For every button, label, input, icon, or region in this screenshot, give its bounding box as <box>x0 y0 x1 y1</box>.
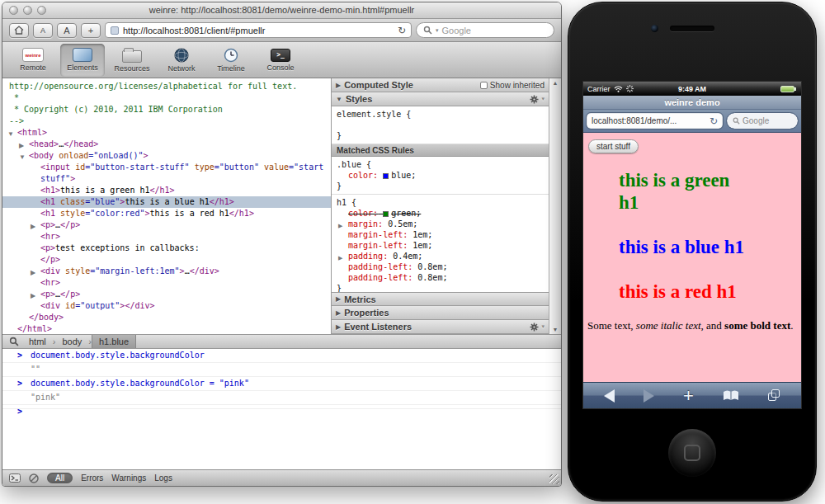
collapse-arrow-icon[interactable]: ▶ <box>336 309 341 317</box>
reload-icon[interactable]: ↻ <box>398 25 406 36</box>
css-property[interactable]: ▶padding: 0.4em; <box>337 251 544 261</box>
tree-node[interactable]: <hr> <box>2 231 331 243</box>
tree-node[interactable]: ▶<p>…</p> <box>2 219 331 231</box>
console-log[interactable]: >document.body.style.backgroundColor"">d… <box>2 349 561 469</box>
tree-node[interactable]: <h1 class="blue">this is a blue h1</h1> <box>2 196 331 208</box>
color-swatch-icon <box>383 173 389 179</box>
element-style-rule: element.style { } <box>332 106 549 144</box>
collapse-arrow-icon[interactable]: ▶ <box>336 82 341 89</box>
address-bar-url[interactable]: http://localhost:8081/client/#pmuellr <box>123 26 394 35</box>
styles-section-header[interactable]: ▼ Styles ▾ <box>332 92 549 106</box>
tree-node[interactable]: </html> <box>2 323 331 334</box>
phone-address-field[interactable]: localhost:8081/demo/... ↻ <box>587 113 723 129</box>
properties-section-header[interactable]: ▶ Properties <box>332 306 549 320</box>
gear-icon[interactable] <box>530 323 539 332</box>
tree-node[interactable]: <h1>this is a green h1</h1> <box>2 185 331 196</box>
computed-style-header[interactable]: ▶ Computed Style Show inherited <box>332 78 549 92</box>
css-property[interactable]: padding-left: 0.8em; <box>337 261 544 272</box>
phone-search-placeholder: Google <box>742 116 769 125</box>
clear-console-icon[interactable] <box>29 473 39 483</box>
tree-node[interactable]: ▼<html> <box>2 127 331 139</box>
phone-search-field[interactable]: Google <box>727 113 798 129</box>
close-window-button[interactable] <box>9 6 18 15</box>
css-property[interactable]: margin-left: 1em; <box>337 240 544 251</box>
network-activity-spinner-icon <box>626 85 634 92</box>
forward-icon[interactable] <box>644 389 654 403</box>
collapse-arrow-icon[interactable]: ▶ <box>336 295 341 303</box>
tree-node[interactable]: --> <box>2 115 331 127</box>
tree-node[interactable]: </body> <box>2 312 331 323</box>
tree-node[interactable]: <p>test exceptions in callbacks: <box>2 243 331 254</box>
tree-node[interactable]: ▼<body onload="onLoad()"> <box>2 150 331 162</box>
window-title: weinre: http://localhost:8081/demo/weinr… <box>149 5 415 15</box>
scroll-down-arrow-icon[interactable]: ▼ <box>553 327 559 332</box>
gear-menu-chevron-icon[interactable]: ▾ <box>541 323 544 330</box>
metrics-section-header[interactable]: ▶ Metrics <box>332 292 549 306</box>
console-input-entry: >document.body.style.backgroundColor <box>2 349 561 363</box>
tree-node[interactable]: <hr> <box>2 277 331 289</box>
add-bookmark-icon[interactable]: + <box>683 387 694 405</box>
tree-node[interactable]: <input id="button-start-stuff" type="but… <box>2 162 331 173</box>
browser-search-field[interactable]: ▾ Google <box>416 22 554 38</box>
search-dom-icon[interactable] <box>9 337 19 346</box>
pages-icon[interactable] <box>768 389 780 402</box>
phone-reload-icon[interactable]: ↻ <box>710 115 718 127</box>
filter-logs[interactable]: Logs <box>154 473 172 483</box>
breadcrumb-item-html[interactable]: html <box>22 335 53 348</box>
demo-heading: this is a red h1 <box>603 274 793 309</box>
console-toggle-icon[interactable] <box>9 473 21 483</box>
tree-node[interactable]: * Copyright (c) 2010, 2011 IBM Corporati… <box>2 104 331 115</box>
tree-node[interactable]: <div id="output"></div> <box>2 300 331 312</box>
toolbar-button-resources[interactable]: Resources <box>110 44 154 77</box>
gear-icon[interactable] <box>530 95 539 104</box>
bookmarks-book-icon[interactable] <box>723 390 739 402</box>
css-property[interactable]: margin-left: 1em; <box>337 229 544 240</box>
minimize-window-button[interactable] <box>23 6 32 15</box>
toolbar-button-timeline[interactable]: Timeline <box>209 44 253 77</box>
tree-node[interactable]: http://opensource.org/licenses/alphabeti… <box>2 81 331 92</box>
tree-node[interactable]: * <box>2 92 331 104</box>
breadcrumb-item-body[interactable]: body <box>55 335 88 348</box>
filter-all[interactable]: All <box>47 473 73 483</box>
toolbar-button-elements[interactable]: Elements <box>60 44 105 77</box>
expand-arrow-icon[interactable]: ▼ <box>336 96 342 103</box>
window-resize-grip[interactable] <box>549 474 559 484</box>
tree-node[interactable]: ▶<head>…</head> <box>2 139 331 150</box>
search-engine-chevron-icon[interactable]: ▾ <box>436 27 439 34</box>
toolbar-button-console[interactable]: >_ Console <box>258 44 303 77</box>
show-inherited-checkbox[interactable] <box>480 82 488 89</box>
filter-warnings[interactable]: Warnings <box>111 473 146 483</box>
tree-node[interactable]: <h1 style="color:red">this is a red h1</… <box>2 208 331 219</box>
toolbar-button-remote[interactable]: weinre Remote <box>11 44 55 77</box>
zoom-window-button[interactable] <box>37 6 46 15</box>
collapse-arrow-icon[interactable]: ▶ <box>336 323 341 331</box>
css-property[interactable]: padding-left: 0.8em; <box>337 272 544 283</box>
address-bar[interactable]: http://localhost:8081/client/#pmuellr ↻ <box>105 22 412 38</box>
css-property[interactable]: color: blue; <box>337 170 544 181</box>
console-statusbar: All Errors Warnings Logs <box>2 469 561 486</box>
start-stuff-button[interactable]: start stuff <box>588 139 639 153</box>
scroll-up-arrow-icon[interactable]: ▲ <box>553 80 559 86</box>
phone-paragraph: Some text, some italic text, and some bo… <box>587 319 797 332</box>
tree-node[interactable]: stuff"> <box>2 173 331 185</box>
toolbar-button-network[interactable]: Network <box>159 44 204 77</box>
font-increase-button[interactable]: A <box>57 23 77 38</box>
css-property[interactable]: color: green; <box>337 208 544 219</box>
filter-errors[interactable]: Errors <box>81 473 103 483</box>
console-input-line[interactable]: > <box>2 405 561 409</box>
home-button-physical[interactable] <box>668 429 716 477</box>
tree-node[interactable]: </p> <box>2 254 331 266</box>
event-listeners-section-header[interactable]: ▶ Event Listeners ▾ <box>332 320 549 334</box>
home-button[interactable] <box>9 23 29 38</box>
back-icon[interactable] <box>604 389 615 403</box>
new-tab-button[interactable]: + <box>81 23 101 38</box>
font-decrease-button[interactable]: A <box>33 23 53 38</box>
console-output-entry: "" <box>2 363 561 377</box>
window-titlebar[interactable]: weinre: http://localhost:8081/demo/weinr… <box>2 2 561 19</box>
tree-node[interactable]: ▶<p>…</p> <box>2 289 331 300</box>
tree-node[interactable]: ▶<div style="margin-left:1em">…</div> <box>2 266 331 277</box>
styles-scrollbar[interactable]: ▲ ▼ <box>549 78 561 334</box>
gear-menu-chevron-icon[interactable]: ▾ <box>541 96 544 102</box>
breadcrumb-item-h1-blue[interactable]: h1.blue <box>92 335 136 348</box>
css-property[interactable]: ▶margin: 0.5em; <box>337 219 544 229</box>
